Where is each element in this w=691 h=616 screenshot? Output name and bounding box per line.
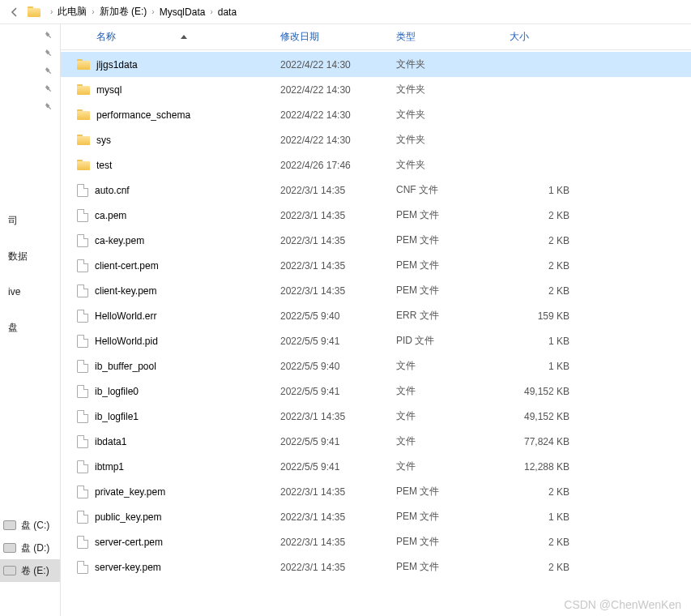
file-size: 49,152 KB bbox=[510, 386, 574, 397]
file-name: server-key.pem bbox=[95, 562, 161, 573]
file-size: 2 KB bbox=[510, 562, 574, 573]
file-type: 文件 bbox=[396, 409, 510, 423]
file-date: 2022/3/1 14:35 bbox=[280, 235, 396, 246]
file-row[interactable]: private_key.pem2022/3/1 14:35PEM 文件2 KB bbox=[61, 479, 691, 504]
file-row[interactable]: test2022/4/26 17:46文件夹 bbox=[61, 152, 691, 178]
file-name: HelloWorld.err bbox=[95, 310, 156, 322]
file-date: 2022/3/1 14:35 bbox=[280, 411, 396, 422]
file-row[interactable]: ibdata12022/5/5 9:41文件77,824 KB bbox=[61, 429, 691, 454]
file-type: PEM 文件 bbox=[396, 208, 510, 222]
file-date: 2022/3/1 14:35 bbox=[280, 185, 396, 196]
file-row[interactable]: server-cert.pem2022/3/1 14:35PEM 文件2 KB bbox=[61, 529, 691, 554]
file-date: 2022/5/5 9:41 bbox=[280, 336, 396, 347]
file-row[interactable]: HelloWorld.err2022/5/5 9:40ERR 文件159 KB bbox=[61, 303, 691, 328]
file-type: PEM 文件 bbox=[396, 485, 510, 498]
file-type: ERR 文件 bbox=[396, 309, 510, 323]
file-list-pane: 名称 修改日期 类型 大小 jljgs1data2022/4/22 14:30文… bbox=[61, 24, 691, 616]
file-row[interactable]: client-cert.pem2022/3/1 14:35PEM 文件2 KB bbox=[61, 253, 691, 278]
sidebar-item[interactable]: 数据 bbox=[0, 245, 60, 267]
sidebar-item-label: ive bbox=[8, 286, 20, 297]
file-date: 2022/3/1 14:35 bbox=[280, 537, 396, 548]
file-icon bbox=[77, 184, 88, 197]
file-name: auto.cnf bbox=[95, 185, 130, 196]
file-name: test bbox=[96, 160, 112, 171]
breadcrumb-item[interactable]: MysqlData bbox=[160, 6, 206, 18]
sidebar-item[interactable]: 盘 bbox=[0, 316, 60, 339]
file-name: mysql bbox=[96, 84, 122, 96]
file-type: 文件夹 bbox=[396, 108, 510, 122]
file-row[interactable]: mysql2022/4/22 14:30文件夹 bbox=[61, 77, 691, 102]
file-row[interactable]: ib_buffer_pool2022/5/5 9:40文件1 KB bbox=[61, 353, 691, 379]
file-type: PEM 文件 bbox=[396, 510, 510, 524]
file-row[interactable]: HelloWorld.pid2022/5/5 9:41PID 文件1 KB bbox=[61, 328, 691, 353]
sidebar-item-label: 司 bbox=[8, 214, 18, 228]
file-type: 文件 bbox=[396, 460, 510, 473]
breadcrumb[interactable]: › 此电脑 › 新加卷 (E:) › MysqlData › data bbox=[28, 2, 237, 22]
file-row[interactable]: sys2022/4/22 14:30文件夹 bbox=[61, 127, 691, 152]
header-size[interactable]: 大小 bbox=[510, 30, 582, 44]
breadcrumb-item[interactable]: 新加卷 (E:) bbox=[100, 5, 147, 19]
file-name: sys bbox=[96, 135, 111, 146]
file-size: 2 KB bbox=[510, 260, 574, 272]
file-date: 2022/3/1 14:35 bbox=[280, 285, 396, 297]
file-icon bbox=[77, 385, 88, 398]
file-date: 2022/3/1 14:35 bbox=[280, 486, 396, 498]
sidebar-item-label: 卷 (E:) bbox=[21, 564, 49, 578]
file-name: ca-key.pem bbox=[95, 235, 144, 246]
file-date: 2022/4/26 17:46 bbox=[280, 160, 396, 171]
file-date: 2022/5/5 9:40 bbox=[280, 310, 396, 322]
sidebar-item-label: 盘 (D:) bbox=[21, 541, 49, 555]
file-row[interactable]: auto.cnf2022/3/1 14:35CNF 文件1 KB bbox=[61, 178, 691, 203]
sort-ascending-icon bbox=[181, 35, 187, 39]
file-size: 2 KB bbox=[510, 210, 574, 221]
file-date: 2022/4/22 14:30 bbox=[280, 84, 396, 96]
pin-icon bbox=[0, 49, 60, 66]
drive-icon bbox=[3, 566, 16, 575]
nav-back-button[interactable] bbox=[5, 2, 24, 22]
watermark: CSDN @ChenWenKen bbox=[564, 598, 681, 611]
file-row[interactable]: jljgs1data2022/4/22 14:30文件夹 bbox=[61, 52, 691, 77]
file-icon bbox=[77, 435, 88, 448]
chevron-right-icon: › bbox=[92, 7, 94, 16]
header-type[interactable]: 类型 bbox=[396, 30, 510, 44]
file-type: 文件夹 bbox=[396, 158, 510, 172]
file-row[interactable]: ca-key.pem2022/3/1 14:35PEM 文件2 KB bbox=[61, 228, 691, 253]
breadcrumb-item[interactable]: 此电脑 bbox=[58, 5, 87, 19]
file-type: PEM 文件 bbox=[396, 560, 510, 574]
file-type: PID 文件 bbox=[396, 334, 510, 348]
file-type: PEM 文件 bbox=[396, 284, 510, 297]
file-row[interactable]: ib_logfile12022/3/1 14:35文件49,152 KB bbox=[61, 404, 691, 429]
header-name[interactable]: 名称 bbox=[96, 30, 280, 44]
file-size: 2 KB bbox=[510, 285, 574, 297]
file-row[interactable]: server-key.pem2022/3/1 14:35PEM 文件2 KB bbox=[61, 554, 691, 580]
file-size: 1 KB bbox=[510, 336, 574, 347]
pin-icon bbox=[0, 31, 60, 49]
file-row[interactable]: ib_logfile02022/5/5 9:41文件49,152 KB bbox=[61, 379, 691, 404]
file-rows: jljgs1data2022/4/22 14:30文件夹mysql2022/4/… bbox=[61, 50, 691, 580]
file-size: 49,152 KB bbox=[510, 411, 574, 422]
header-date[interactable]: 修改日期 bbox=[280, 30, 396, 44]
file-type: 文件 bbox=[396, 384, 510, 398]
pin-icon bbox=[0, 66, 60, 84]
file-date: 2022/4/22 14:30 bbox=[280, 109, 396, 121]
file-row[interactable]: ibtmp12022/5/5 9:41文件12,288 KB bbox=[61, 454, 691, 479]
sidebar-item[interactable]: 盘 (D:) bbox=[0, 537, 60, 559]
file-name: ca.pem bbox=[95, 210, 126, 221]
file-type: PEM 文件 bbox=[396, 259, 510, 272]
file-size: 2 KB bbox=[510, 537, 574, 548]
breadcrumb-item[interactable]: data bbox=[218, 6, 237, 18]
sidebar-item[interactable]: 卷 (E:) bbox=[0, 559, 60, 582]
file-type: 文件夹 bbox=[396, 83, 510, 96]
file-row[interactable]: performance_schema2022/4/22 14:30文件夹 bbox=[61, 102, 691, 127]
sidebar-item[interactable]: ive bbox=[0, 280, 60, 303]
file-row[interactable]: public_key.pem2022/3/1 14:35PEM 文件1 KB bbox=[61, 504, 691, 529]
file-row[interactable]: ca.pem2022/3/1 14:35PEM 文件2 KB bbox=[61, 203, 691, 228]
sidebar-item[interactable]: 司 bbox=[0, 209, 60, 232]
file-name: ib_buffer_pool bbox=[95, 361, 156, 372]
sidebar-item[interactable]: 盘 (C:) bbox=[0, 514, 60, 537]
column-headers: 名称 修改日期 类型 大小 bbox=[61, 24, 691, 50]
file-date: 2022/3/1 14:35 bbox=[280, 511, 396, 523]
file-row[interactable]: client-key.pem2022/3/1 14:35PEM 文件2 KB bbox=[61, 278, 691, 303]
file-icon bbox=[77, 335, 88, 348]
file-date: 2022/5/5 9:41 bbox=[280, 461, 396, 473]
